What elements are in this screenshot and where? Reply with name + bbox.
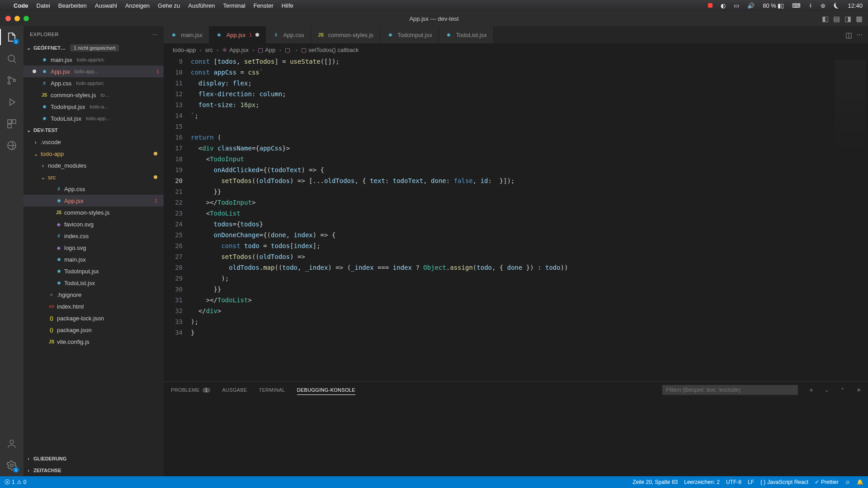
tree-file[interactable]: JSvite.config.js xyxy=(24,336,164,347)
tree-folder[interactable]: ›node_modules xyxy=(24,160,164,171)
breadcrumb-item[interactable]: ⚛App.jsx xyxy=(222,47,249,53)
menu-item[interactable]: Datei xyxy=(37,2,50,9)
panel-tab-output[interactable]: AUSGABE xyxy=(222,385,247,394)
status-prettier[interactable]: ✓ Prettier xyxy=(815,479,839,485)
tree-file[interactable]: ◆favicon.svg xyxy=(24,218,164,230)
menu-item[interactable]: Gehe zu xyxy=(158,2,180,9)
minimize-window-button[interactable] xyxy=(14,16,20,21)
status-wifi-icon[interactable]: ⊚ xyxy=(821,2,826,9)
accounts-icon[interactable] xyxy=(5,437,18,450)
panel-filter-input[interactable] xyxy=(662,385,798,395)
tree-file[interactable]: ⚛TodoInput.jsx xyxy=(24,265,164,277)
editor-tab[interactable]: ⚛TodoList.jsx xyxy=(439,26,494,43)
tree-file[interactable]: JScommon-styles.js xyxy=(24,206,164,218)
extensions-icon[interactable] xyxy=(5,117,18,130)
menu-item[interactable]: Ausführen xyxy=(188,2,215,9)
menu-item[interactable]: Hilfe xyxy=(282,2,293,9)
breadcrumb-item[interactable]: ▢ xyxy=(285,47,292,53)
outline-header[interactable]: ›GLIEDERUNG xyxy=(24,453,164,465)
minimap[interactable] xyxy=(832,56,868,381)
breadcrumb-item[interactable]: ▢setTodos() callback xyxy=(301,47,359,53)
status-errors[interactable]: ⓧ 1 ⚠ 0 xyxy=(5,479,26,486)
breadcrumb-item[interactable]: todo-app xyxy=(173,47,196,53)
status-encoding[interactable]: UTF-8 xyxy=(726,479,741,485)
tree-file[interactable]: {}package-lock.json xyxy=(24,312,164,324)
tree-file[interactable]: #index.css xyxy=(24,230,164,242)
open-editor-item[interactable]: ⚛TodoInput.jsxtodo-a… xyxy=(24,101,164,113)
tree-file[interactable]: ≡.hgignore xyxy=(24,289,164,300)
breadcrumb-item[interactable]: ▢App xyxy=(258,47,275,53)
explorer-icon[interactable]: 1 xyxy=(5,31,18,43)
maximize-window-button[interactable] xyxy=(24,16,29,21)
sidebar-more-icon[interactable]: ··· xyxy=(152,32,157,37)
status-volume-icon[interactable]: 🔊 xyxy=(747,2,755,9)
tree-folder[interactable]: ⌄src xyxy=(24,171,164,183)
panel-close-icon[interactable]: ✕ xyxy=(857,387,861,393)
tree-file[interactable]: ⚛TodoList.jsx xyxy=(24,277,164,289)
layout-sidebar-right-icon[interactable]: ◨ xyxy=(844,14,851,23)
menu-item[interactable]: Anzeigen xyxy=(125,2,150,9)
open-editor-item[interactable]: ⚛App.jsxtodo-app…1 xyxy=(24,66,164,77)
timeline-header[interactable]: ›ZEITACHSE xyxy=(24,465,164,476)
status-eol[interactable]: LF xyxy=(748,479,754,485)
open-editor-item[interactable]: ⚛TodoList.jsxtodo-app… xyxy=(24,113,164,124)
status-indent[interactable]: Leerzeichen: 2 xyxy=(684,479,720,485)
status-cursor[interactable]: Zeile 20, Spalte 83 xyxy=(632,479,678,485)
panel-filter-icon[interactable]: ≡ xyxy=(810,387,813,393)
open-editor-item[interactable]: #App.csstodo-app/src xyxy=(24,77,164,89)
status-control-icon[interactable]: ⏾ xyxy=(834,2,840,9)
menu-item[interactable]: Auswahl xyxy=(95,2,117,9)
layout-customize-icon[interactable]: ▦ xyxy=(856,14,863,23)
open-editor-item[interactable]: ⚛main.jsxtodo-app/src xyxy=(24,54,164,66)
react-file-icon: ⚛ xyxy=(216,31,223,38)
run-debug-icon[interactable] xyxy=(5,96,18,108)
editor-tab[interactable]: ⚛App.jsx1 xyxy=(209,26,266,43)
menu-app[interactable]: Code xyxy=(14,2,28,9)
remote-icon[interactable] xyxy=(5,139,18,152)
menu-item[interactable]: Terminal xyxy=(223,2,245,9)
editor-tab[interactable]: #App.css xyxy=(266,26,311,43)
split-editor-icon[interactable]: ◫ xyxy=(845,31,852,39)
editor[interactable]: 9101112131415161718192021222324252627282… xyxy=(164,56,868,381)
close-window-button[interactable] xyxy=(5,16,11,21)
status-bell-icon[interactable]: 🔔 xyxy=(857,479,863,485)
menu-item[interactable]: Fenster xyxy=(254,2,274,9)
status-clock[interactable]: 12:40 xyxy=(848,2,863,9)
tab-more-icon[interactable]: ··· xyxy=(857,31,863,39)
open-editors-header[interactable]: ⌄ GEÖFFNET… 1 nicht gespeichert xyxy=(24,42,164,54)
panel-tab-terminal[interactable]: TERMINAL xyxy=(259,385,285,394)
status-feedback-icon[interactable]: ☺ xyxy=(845,479,850,485)
layout-panel-icon[interactable]: ▤ xyxy=(833,14,840,23)
status-cloud-icon[interactable]: ◐ xyxy=(721,2,726,9)
tree-file[interactable]: ◆logo.svg xyxy=(24,242,164,253)
project-header[interactable]: ⌄ DEV-TEST xyxy=(24,124,164,136)
tree-folder[interactable]: ⌄todo-app xyxy=(24,148,164,160)
search-icon[interactable] xyxy=(5,52,18,65)
layout-sidebar-left-icon[interactable]: ◧ xyxy=(822,14,829,23)
status-display-icon[interactable]: ▭ xyxy=(734,2,739,9)
tree-file[interactable]: <>index.html xyxy=(24,300,164,312)
editor-tab[interactable]: ⚛main.jsx xyxy=(164,26,209,43)
status-battery[interactable]: 80 % ▮▯ xyxy=(763,2,784,9)
tree-file[interactable]: {}package.json xyxy=(24,324,164,336)
status-bt-icon[interactable]: ᚼ xyxy=(809,2,812,9)
tree-folder[interactable]: ›.vscode xyxy=(24,136,164,148)
status-keyboard-icon[interactable]: ⌨ xyxy=(792,2,801,9)
tree-file[interactable]: ⚛main.jsx xyxy=(24,253,164,265)
editor-tab[interactable]: JScommon-styles.js xyxy=(311,26,380,43)
breadcrumbs[interactable]: todo-app›src›⚛App.jsx›▢App›▢›▢setTodos()… xyxy=(164,43,868,56)
panel-tab-debug-console[interactable]: DEBUGGING-KONSOLE xyxy=(297,385,355,395)
tree-file[interactable]: #App.css xyxy=(24,183,164,195)
tree-file[interactable]: ⚛App.jsx1 xyxy=(24,195,164,206)
svg-file-icon: ◆ xyxy=(55,244,62,251)
settings-gear-icon[interactable]: 1 xyxy=(5,459,18,472)
panel-tab-problems[interactable]: PROBLEME1 xyxy=(171,385,210,394)
editor-tab[interactable]: ⚛TodoInput.jsx xyxy=(380,26,439,43)
menu-item[interactable]: Bearbeiten xyxy=(58,2,87,9)
status-lang[interactable]: { } JavaScript React xyxy=(760,479,808,485)
open-editor-item[interactable]: JScommon-styles.jsto… xyxy=(24,89,164,101)
source-control-icon[interactable] xyxy=(5,74,18,87)
panel-collapse-icon[interactable]: ⌄ xyxy=(825,387,829,393)
breadcrumb-item[interactable]: src xyxy=(205,47,213,53)
panel-maximize-icon[interactable]: ⌃ xyxy=(840,387,844,393)
